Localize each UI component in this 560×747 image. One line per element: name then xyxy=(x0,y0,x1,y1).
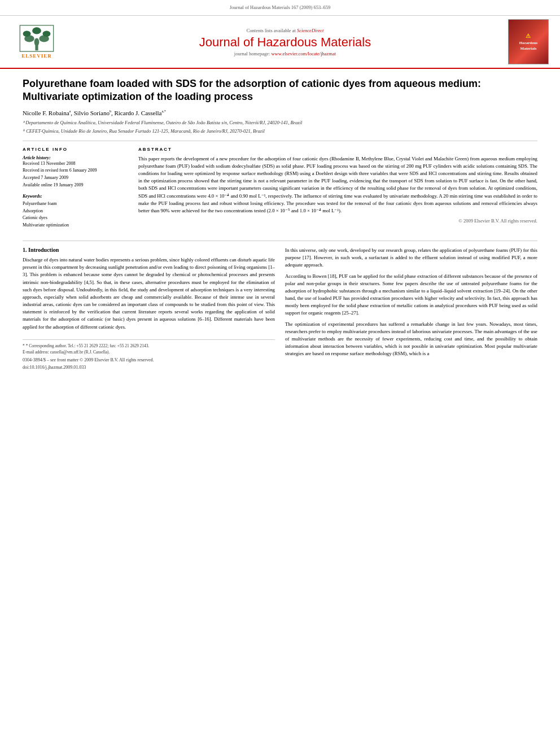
divider-1 xyxy=(23,141,537,141)
author-soriano: Silvio Sorianob xyxy=(74,110,111,116)
svg-point-5 xyxy=(42,30,50,36)
keyword-1: Polyurethane foam xyxy=(23,200,127,208)
journal-title-area: Contents lists available at ScienceDirec… xyxy=(62,28,508,56)
elsevier-tree-icon xyxy=(17,25,56,52)
keywords-section: Keywords: Polyurethane foam Adsorption C… xyxy=(23,194,127,229)
keyword-2: Adsorption xyxy=(23,208,127,215)
affiliation-b: ᵇ CEFET-Química, Unidade Rio de Janeiro,… xyxy=(23,128,537,135)
homepage-link[interactable]: www.elsevier.com/locate/jhazmat xyxy=(271,51,336,56)
abstract-column: ABSTRACT This paper reports the developm… xyxy=(138,147,537,234)
intro-paragraph-3: According to Bowen [18], PUF can be appl… xyxy=(285,273,537,317)
journal-homepage: journal homepage: www.elsevier.com/locat… xyxy=(62,51,508,56)
journal-cover-image: ⚠ Hazardous Materials xyxy=(508,19,549,64)
keywords-label: Keywords: xyxy=(23,194,127,199)
footnote-email: E-mail address: cassella@vm.uff.br (R.J.… xyxy=(23,349,275,355)
footnote-doi: doi:10.1016/j.jhazmat.2009.01.033 xyxy=(23,365,275,370)
body-left-col: 1. Introduction Discharge of dyes into n… xyxy=(23,247,275,370)
intro-paragraph-2: In this universe, only one work, develop… xyxy=(285,247,537,269)
author-cassella: Ricardo J. Cassellaa,* xyxy=(114,110,165,116)
intro-heading: 1. Introduction xyxy=(23,247,275,253)
elsevier-brand-text: ELSEVIER xyxy=(21,53,52,59)
keyword-4: Multivariate optimization xyxy=(23,222,127,229)
article-info-abstract-section: ARTICLE INFO Article history: Received 1… xyxy=(23,147,537,234)
footnote-corresponding: * * Corresponding author. Tel.: +55 21 2… xyxy=(23,343,275,349)
author-robaina: Nicolle F. Robainaa xyxy=(23,110,71,116)
elsevier-logo: ELSEVIER xyxy=(11,25,62,59)
contents-available-line: Contents lists available at ScienceDirec… xyxy=(62,28,508,33)
revised-date: Received in revised form 6 January 2009 xyxy=(23,167,127,174)
sciencedirect-link[interactable]: ScienceDirect xyxy=(297,28,323,33)
article-history: Article history: Received 13 November 20… xyxy=(23,155,127,189)
article-info-label: ARTICLE INFO xyxy=(23,147,127,152)
article-info-column: ARTICLE INFO Article history: Received 1… xyxy=(23,147,127,234)
article-dates: Received 13 November 2008 Received in re… xyxy=(23,160,127,189)
journal-top-bar: ELSEVIER Contents lists available at Sci… xyxy=(0,16,560,69)
journal-meta-top: Journal of Hazardous Materials 167 (2009… xyxy=(11,5,549,10)
keyword-3: Cationic dyes xyxy=(23,215,127,222)
history-label: Article history: xyxy=(23,155,127,160)
available-date: Available online 19 January 2009 xyxy=(23,182,127,189)
intro-paragraph-4: The optimization of experimental procedu… xyxy=(285,321,537,358)
footnote-issn: 0304-3894/$ – see front matter © 2009 El… xyxy=(23,357,275,362)
body-two-col: 1. Introduction Discharge of dyes into n… xyxy=(23,247,537,370)
keywords-list: Polyurethane foam Adsorption Cationic dy… xyxy=(23,200,127,229)
page: Journal of Hazardous Materials 167 (2009… xyxy=(0,0,560,747)
body-right-col: In this universe, only one work, develop… xyxy=(285,247,537,370)
copyright-line: © 2009 Elsevier B.V. All rights reserved… xyxy=(138,218,537,224)
article-title: Polyurethane foam loaded with SDS for th… xyxy=(23,77,537,104)
intro-paragraph-1: Discharge of dyes into natural water bod… xyxy=(23,256,275,331)
svg-point-1 xyxy=(34,38,40,46)
affiliation-a: ᵃ Departamento de Química Analítica, Uni… xyxy=(23,120,537,126)
svg-point-4 xyxy=(23,30,31,36)
authors: Nicolle F. Robainaa, Silvio Sorianob, Ri… xyxy=(23,110,537,116)
abstract-label: ABSTRACT xyxy=(138,147,537,152)
journal-header: Journal of Hazardous Materials 167 (2009… xyxy=(0,0,560,16)
journal-main-title: Journal of Hazardous Materials xyxy=(62,35,508,50)
received-date: Received 13 November 2008 xyxy=(23,160,127,168)
divider-2 xyxy=(23,241,537,241)
accepted-date: Accepted 7 January 2009 xyxy=(23,174,127,182)
abstract-text: This paper reports the development of a … xyxy=(138,155,537,215)
article-content: Polyurethane foam loaded with SDS for th… xyxy=(0,69,560,381)
footnote-area: * * Corresponding author. Tel.: +55 21 2… xyxy=(23,339,275,370)
star-icon: * xyxy=(23,343,25,348)
svg-point-6 xyxy=(32,27,41,34)
